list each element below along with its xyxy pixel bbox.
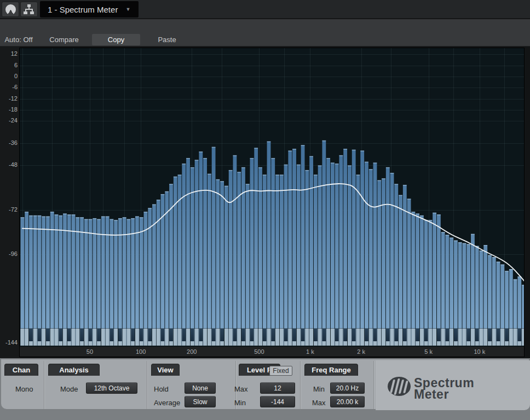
spectrum-display: 1260-6-12-18-24-36-48-72-96-144 50100200… <box>0 46 530 358</box>
fixed-label: Fixed <box>273 367 289 375</box>
spectrum-meter-window: 1 - Spectrum Meter ▼ ◀ ▶ default* ▼ Side… <box>0 0 530 420</box>
mode-label: Mode <box>60 385 78 393</box>
chevron-down-icon: ▼ <box>125 7 130 12</box>
instrument-button[interactable] <box>2 2 19 17</box>
db-tick-label: -36 <box>1 139 18 146</box>
freq-min-label: Min <box>313 385 325 393</box>
auto-mode-label: Auto: Off <box>4 36 32 44</box>
section-divider <box>44 361 44 409</box>
freq-tick-label: 500 <box>254 348 264 355</box>
channel-value[interactable]: Mono <box>15 385 33 393</box>
plugin-title: 1 - Spectrum Meter <box>48 5 118 14</box>
section-divider <box>300 361 301 409</box>
db-tick-label: 12 <box>1 50 18 57</box>
copy-label: Copy <box>108 36 124 44</box>
average-value-button[interactable]: Slow <box>185 396 216 407</box>
section-divider <box>147 361 147 409</box>
hold-value-button[interactable]: None <box>185 382 216 394</box>
plugin-selector-dropdown[interactable]: 1 - Spectrum Meter ▼ <box>40 1 139 18</box>
parameter-panel: Chan Analysis View Level R Freq Range Fi… <box>0 358 530 420</box>
freq-min-value[interactable]: 20.0 Hz <box>330 382 365 394</box>
freq-tick-label: 5 k <box>424 348 433 355</box>
product-name: Spectrum Meter <box>414 377 474 400</box>
brand-line-2: Meter <box>414 389 474 400</box>
db-tick-label: -18 <box>1 106 18 113</box>
db-tick-label: -72 <box>1 206 18 213</box>
panel-background: Chan Analysis View Level R Freq Range Fi… <box>1 359 529 409</box>
freq-tick-label: 200 <box>187 348 197 355</box>
edit-toolbar: Auto: Off Compare Copy Paste ⚙ ▼ <box>0 33 530 46</box>
freq-max-label: Max <box>312 399 326 407</box>
routing-button[interactable] <box>20 2 38 17</box>
plugin-header-bar: 1 - Spectrum Meter ▼ <box>0 0 530 19</box>
freq-tick-label: 100 <box>136 348 146 355</box>
plot-area[interactable] <box>19 48 525 347</box>
spectrum-canvas <box>20 48 524 347</box>
analysis-mode-button[interactable]: 12th Octave <box>86 382 137 394</box>
db-axis: 1260-6-12-18-24-36-48-72-96-144 <box>0 46 20 358</box>
compare-button[interactable]: Compare <box>37 34 91 45</box>
tab-view: View <box>151 364 180 376</box>
preset-toolbar: ◀ ▶ default* ▼ Sidechain ➔ <box>0 19 530 33</box>
copy-button[interactable]: Copy <box>92 34 140 45</box>
db-tick-label: -12 <box>1 95 18 102</box>
level-min-label: Min <box>234 399 246 407</box>
level-max-value[interactable]: 12 <box>260 382 295 394</box>
db-tick-label: -48 <box>1 161 18 168</box>
average-label: Average <box>154 399 180 407</box>
freq-tick-label: 10 k <box>474 348 485 355</box>
level-min-value[interactable]: -144 <box>260 396 295 407</box>
db-tick-label: -6 <box>1 84 18 90</box>
tab-chan: Chan <box>4 364 38 376</box>
presonus-logo-icon <box>388 377 411 396</box>
level-max-label: Max <box>234 385 248 393</box>
level-fixed-button[interactable]: Fixed <box>269 366 292 376</box>
knob-pie-icon <box>5 4 16 15</box>
db-tick-label: 6 <box>1 62 18 68</box>
paste-button[interactable]: Paste <box>141 34 193 45</box>
paste-label: Paste <box>158 36 176 44</box>
freq-tick-label: 50 <box>87 348 93 355</box>
freq-tick-label: 1 k <box>306 348 314 355</box>
freq-axis: 501002005001 k2 k5 k10 k <box>19 347 525 357</box>
tab-analysis: Analysis <box>48 364 100 376</box>
db-tick-label: 0 <box>1 73 18 79</box>
db-tick-label: -24 <box>1 117 18 124</box>
freq-tick-label: 2 k <box>357 348 365 355</box>
tab-freq-range: Freq Range <box>304 364 358 376</box>
routing-icon <box>24 4 34 14</box>
auto-mode-button[interactable]: Auto: Off <box>2 34 36 45</box>
db-tick-label: -144 <box>1 339 18 346</box>
freq-max-value[interactable]: 20.00 k <box>330 396 365 407</box>
section-divider <box>373 361 374 409</box>
compare-label: Compare <box>49 36 78 44</box>
hold-label: Hold <box>154 385 169 393</box>
db-tick-label: -96 <box>1 250 18 257</box>
